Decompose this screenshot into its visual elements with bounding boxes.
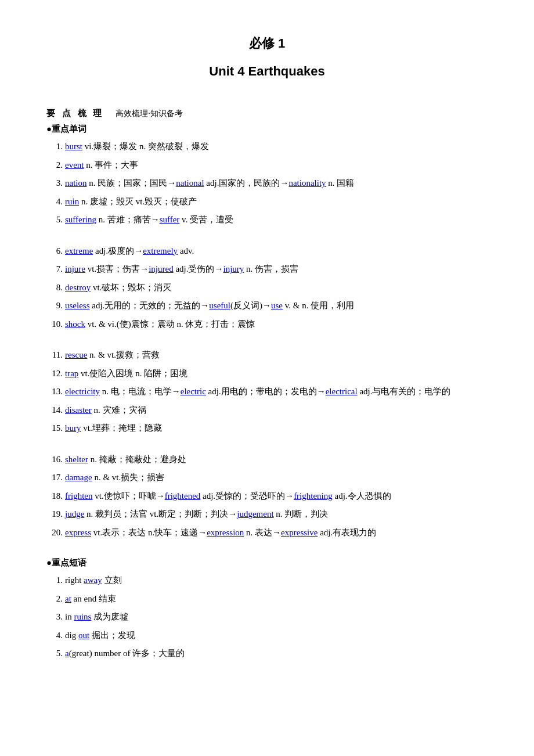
vocab-link[interactable]: event <box>65 160 84 170</box>
vocab-link2[interactable]: electric <box>181 387 206 396</box>
vocab-link3[interactable]: frightening <box>294 491 333 501</box>
vocab-link3[interactable]: expressive <box>281 528 317 537</box>
page-container: 必修 1 Unit 4 Earthquakes 要 点 梳 理 高效梳理·知识备… <box>46 35 488 661</box>
item-rest: n. 电；电流；电学→ <box>100 387 181 396</box>
item-rest3: adj.与电有关的；电学的 <box>358 387 451 396</box>
item-num: 8. <box>46 280 63 296</box>
phrase-num: 4. <box>46 628 63 643</box>
vocab-link3[interactable]: nationality <box>288 178 326 188</box>
item-num: 7. <box>46 262 63 277</box>
vocab-link2[interactable]: injured <box>149 264 174 273</box>
vocab-link[interactable]: useless <box>65 301 90 310</box>
item-rest2: adj.受惊的；受恐吓的→ <box>200 491 294 501</box>
phrases-list: 1.right away 立刻2.at an end 结束3.in ruins … <box>46 573 488 661</box>
item-rest: n. 裁判员；法官 vt.断定；判断；判决→ <box>84 509 237 519</box>
vocab-link[interactable]: bury <box>65 423 81 433</box>
vocab-link[interactable]: ruin <box>65 197 79 206</box>
item-rest2: v. 受苦，遭受 <box>179 215 233 224</box>
vocab-item: 4.ruin n. 废墟；毁灭 vt.毁灭；使破产 <box>46 195 488 210</box>
vocab-link[interactable]: suffering <box>65 215 96 224</box>
item-rest2: n. 表达→ <box>244 528 281 537</box>
item-rest: vt.破坏；毁坏；消灭 <box>91 283 171 292</box>
item-num: 4. <box>46 195 63 210</box>
phrase-after: (great) number of 许多；大量的 <box>69 649 185 658</box>
item-rest: vt.埋葬；掩埋；隐藏 <box>81 423 162 433</box>
item-rest: n. 事件；大事 <box>84 160 138 170</box>
vocab-link[interactable]: express <box>65 528 91 537</box>
vocab-list: 1.burst vi.爆裂；爆发 n. 突然破裂，爆发2.event n. 事件… <box>46 139 488 540</box>
vocab-link[interactable]: rescue <box>65 350 87 359</box>
vocab-item: 8.destroy vt.破坏；毁坏；消灭 <box>46 280 488 296</box>
vocab-item: 3.nation n. 民族；国家；国民→national adj.国家的，民族… <box>46 176 488 191</box>
key-words-header: ●重点单词 <box>46 124 488 135</box>
phrase-link[interactable]: a <box>65 649 69 658</box>
item-num: 16. <box>46 452 63 467</box>
section-header-right: 高效梳理·知识备考 <box>116 109 183 119</box>
item-rest2: (反义词)→ <box>230 301 271 310</box>
vocab-link2[interactable]: frightened <box>165 491 201 501</box>
item-rest3: n. 伤害，损害 <box>244 264 298 273</box>
vocab-link[interactable]: extreme <box>65 246 93 255</box>
item-num: 13. <box>46 384 63 399</box>
vocab-link2[interactable]: useful <box>209 301 230 310</box>
item-rest3: n. 国籍 <box>326 178 355 188</box>
vocab-item: 20.express vt.表示；表达 n.快车；速递→expression n… <box>46 525 488 541</box>
vocab-link[interactable]: judge <box>65 509 84 519</box>
vocab-link3[interactable]: injury <box>223 264 244 273</box>
phrase-num: 5. <box>46 646 63 661</box>
phrase-link[interactable]: ruins <box>74 612 91 621</box>
vocab-item: 12.trap vt.使陷入困境 n. 陷阱；困境 <box>46 366 488 381</box>
vocab-link[interactable]: disaster <box>65 405 92 415</box>
section-header-left: 要 点 梳 理 <box>46 108 104 119</box>
item-rest: vt. & vi.(使)震惊；震动 n. 休克；打击；震惊 <box>85 319 255 329</box>
item-num: 3. <box>46 176 63 191</box>
vocab-item: 16.shelter n. 掩蔽；掩蔽处；避身处 <box>46 452 488 467</box>
phrase-link[interactable]: away <box>84 575 102 585</box>
vocab-link2[interactable]: expression <box>207 528 244 537</box>
vocab-link2[interactable]: extremely <box>143 246 178 255</box>
vocab-link[interactable]: shock <box>65 319 85 329</box>
vocab-link2[interactable]: national <box>176 178 204 188</box>
vocab-item: 11.rescue n. & vt.援救；营救 <box>46 348 488 363</box>
item-rest: vt.使惊吓；吓唬→ <box>92 491 164 501</box>
vocab-link[interactable]: shelter <box>65 455 88 464</box>
item-num: 14. <box>46 403 63 418</box>
item-rest: n. 掩蔽；掩蔽处；避身处 <box>88 455 186 464</box>
phrase-num: 1. <box>46 573 63 588</box>
vocab-link2[interactable]: suffer <box>160 215 180 224</box>
vocab-link[interactable]: trap <box>65 369 78 378</box>
phrase-before: in <box>65 612 74 621</box>
phrase-after: 立刻 <box>102 575 122 585</box>
key-phrases-header: ●重点短语 <box>46 557 488 568</box>
vocab-link3[interactable]: use <box>271 301 283 310</box>
vocab-item: 5.suffering n. 苦难；痛苦→suffer v. 受苦，遭受 <box>46 213 488 228</box>
item-num: 11. <box>46 348 63 363</box>
item-rest2: adj.受伤的→ <box>174 264 223 273</box>
vocab-link2[interactable]: judgement <box>237 509 273 519</box>
item-rest: adj.无用的；无效的；无益的→ <box>90 301 210 310</box>
phrase-link[interactable]: at <box>65 594 71 603</box>
item-rest: vi.爆裂；爆发 n. 突然破裂，爆发 <box>82 142 209 151</box>
phrase-item: 4.dig out 掘出；发现 <box>46 628 488 643</box>
phrase-before: right <box>65 575 84 585</box>
item-rest2: n. 判断，判决 <box>274 509 329 519</box>
vocab-item: 19.judge n. 裁判员；法官 vt.断定；判断；判决→judgement… <box>46 507 488 522</box>
vocab-item: 15.bury vt.埋葬；掩埋；隐藏 <box>46 421 488 436</box>
vocab-link[interactable]: damage <box>65 473 92 482</box>
vocab-link[interactable]: destroy <box>65 283 91 292</box>
item-num: 2. <box>46 158 63 173</box>
item-rest: n. 苦难；痛苦→ <box>96 215 160 224</box>
vocab-item: 18.frighten vt.使惊吓；吓唬→frightened adj.受惊的… <box>46 489 488 504</box>
vocab-item: 17.damage n. & vt.损失；损害 <box>46 470 488 485</box>
vocab-link[interactable]: electricity <box>65 387 100 396</box>
phrase-num: 2. <box>46 592 63 607</box>
item-rest: n. 灾难；灾祸 <box>92 405 146 415</box>
phrase-num: 3. <box>46 610 63 625</box>
vocab-link[interactable]: frighten <box>65 491 92 501</box>
vocab-link[interactable]: burst <box>65 142 82 151</box>
vocab-link[interactable]: injure <box>65 264 85 273</box>
item-rest: n. 民族；国家；国民→ <box>87 178 176 188</box>
vocab-link[interactable]: nation <box>65 178 87 188</box>
vocab-link3[interactable]: electrical <box>326 387 358 396</box>
phrase-link[interactable]: out <box>78 631 89 640</box>
